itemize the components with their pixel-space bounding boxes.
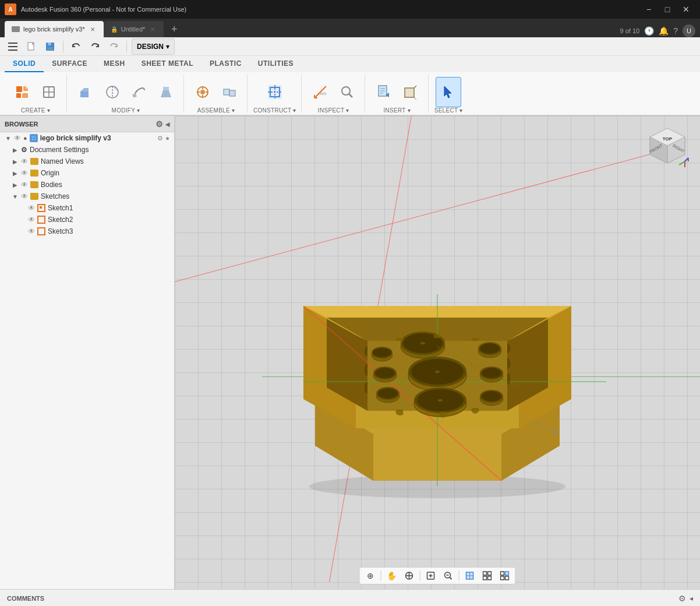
root-eye2-icon[interactable]: ● — [23, 135, 27, 142]
redo2-button[interactable] — [105, 38, 122, 55]
ribbon-btn-create-sub[interactable] — [36, 77, 62, 107]
mode-selector[interactable]: DESIGN ▾ — [132, 38, 175, 55]
tab-solid[interactable]: SOLID — [5, 56, 44, 72]
insert2-icon — [402, 84, 419, 100]
vp-more-btn[interactable] — [497, 569, 513, 583]
vp-home-btn[interactable]: ⊕ — [362, 569, 379, 583]
ribbon-btn-select[interactable] — [436, 77, 461, 107]
mode-label: DESIGN — [137, 43, 164, 51]
vp-zoom-fit-btn[interactable] — [423, 569, 439, 583]
inspect2-icon — [339, 84, 355, 100]
tree-item-sketch2[interactable]: ▶ 👁 Sketch2 — [0, 214, 174, 226]
ribbon-btn-extrude[interactable] — [73, 77, 98, 107]
ribbon-btn-assemble-sub[interactable] — [217, 77, 242, 107]
root-more-icon[interactable]: ● — [165, 135, 169, 142]
ribbon-btn-assemble[interactable] — [190, 77, 215, 107]
sketches-eye-icon[interactable]: 👁 — [21, 192, 28, 200]
ribbon-group-construct: CONSTRUCT ▾ — [249, 75, 302, 112]
close-button[interactable]: ✕ — [677, 0, 695, 19]
sidebar-settings-icon[interactable]: ⚙ — [155, 119, 163, 129]
notification-icon[interactable]: 🔔 — [659, 26, 669, 36]
redo-button[interactable] — [87, 38, 103, 55]
tab-plastic[interactable]: PLASTIC — [201, 56, 250, 72]
tree-item-sketch1[interactable]: ▶ 👁 Sketch1 — [0, 202, 174, 214]
clock-icon[interactable]: 🕐 — [644, 26, 654, 36]
ribbon-btn-construct[interactable] — [262, 77, 288, 107]
assemble-sub-icon — [221, 84, 238, 100]
browser-title: BROWSER — [5, 121, 38, 128]
svg-rect-21 — [163, 87, 169, 90]
tab-surface[interactable]: SURFACE — [44, 56, 96, 72]
tab-untitled-label: Untitled* — [121, 26, 146, 33]
tab-utilities[interactable]: UTILITIES — [250, 56, 302, 72]
svg-marker-50 — [444, 86, 451, 98]
sketches-expand-icon: ▼ — [12, 193, 19, 200]
vp-pan-btn[interactable] — [401, 569, 418, 583]
sketches-folder-icon — [30, 193, 38, 200]
ribbon-group-modify: MODIFY ▾ — [68, 75, 184, 112]
vp-orbit-btn[interactable]: ✋ — [384, 569, 400, 583]
undo-button[interactable] — [68, 38, 84, 55]
ribbon-btn-inspect2[interactable] — [334, 77, 360, 107]
vp-sep-1 — [381, 570, 381, 581]
sketch3-eye-icon[interactable]: 👁 — [28, 227, 35, 235]
tree-item-sketches[interactable]: ▼ 👁 Sketches — [0, 191, 174, 202]
svg-rect-6 — [47, 47, 53, 50]
ribbon-btn-sweep[interactable] — [126, 77, 152, 107]
separator-2 — [126, 41, 127, 52]
origin-eye-icon[interactable]: 👁 — [21, 169, 28, 177]
tree-item-sketch3[interactable]: ▶ 👁 Sketch3 — [0, 226, 174, 237]
maximize-button[interactable]: □ — [658, 0, 677, 19]
bottom-settings-icon[interactable]: ⚙ — [678, 594, 686, 603]
construct-group-label: CONSTRUCT ▾ — [253, 107, 296, 115]
menu-button[interactable] — [5, 38, 21, 55]
file-icon-button[interactable] — [23, 38, 40, 55]
root-settings-icon[interactable]: ⚙ — [157, 135, 163, 142]
tab-lego-brick[interactable]: lego brick simplify v3* ✕ — [5, 21, 104, 37]
bottom-bar: COMMENTS ⚙ ◂ — [0, 589, 700, 606]
tree-item-origin[interactable]: ▶ 👁 Origin — [0, 167, 174, 179]
viewport[interactable]: TOP RIGHT FRONT ⊕ ✋ — [175, 116, 700, 589]
svg-rect-20 — [132, 93, 137, 98]
bottom-collapse-icon[interactable]: ◂ — [690, 594, 693, 603]
sketch2-eye-icon[interactable]: 👁 — [28, 216, 35, 224]
tab-untitled-close[interactable]: ✕ — [149, 25, 157, 33]
ribbon: CREATE ▾ — [0, 72, 700, 115]
bodies-eye-icon[interactable]: 👁 — [21, 181, 28, 189]
vp-grid-btn[interactable] — [479, 569, 496, 583]
ribbon-btn-revolve[interactable] — [100, 77, 125, 107]
ribbon-btn-create-main[interactable] — [9, 77, 35, 107]
named-views-label: Named Views — [41, 157, 169, 165]
revolve-icon — [104, 84, 121, 100]
viewcube[interactable]: TOP RIGHT FRONT — [644, 125, 691, 172]
tab-untitled[interactable]: 🔒 Untitled* ✕ — [104, 21, 164, 37]
ribbon-group-select: SELECT ▾ — [430, 75, 468, 112]
ribbon-btn-insert1[interactable] — [371, 77, 397, 107]
create-sub-icon — [41, 84, 57, 100]
tab-mesh[interactable]: MESH — [96, 56, 133, 72]
ribbon-btn-inspect1[interactable]: mm — [307, 77, 333, 107]
svg-line-120 — [450, 577, 452, 579]
ribbon-btn-insert2[interactable] — [398, 77, 423, 107]
tree-item-root[interactable]: ▼ 👁 ● □ lego brick simplify v3 ⚙ ● — [0, 132, 174, 144]
sidebar-collapse-icon[interactable]: ◂ — [165, 119, 169, 129]
create-group-label: CREATE ▾ — [21, 107, 50, 115]
help-icon[interactable]: ? — [673, 26, 678, 36]
save-button[interactable] — [42, 38, 58, 55]
vp-zoom-btn[interactable] — [440, 569, 457, 583]
tree-item-named-views[interactable]: ▶ 👁 Named Views — [0, 156, 174, 167]
tab-lego-close[interactable]: ✕ — [89, 25, 97, 33]
sketch1-eye-icon[interactable]: 👁 — [28, 204, 35, 212]
user-avatar[interactable]: U — [683, 24, 695, 37]
tab-sheet-metal[interactable]: SHEET METAL — [133, 56, 201, 72]
minimize-button[interactable]: − — [639, 0, 658, 19]
root-eye-icon[interactable]: 👁 — [14, 134, 21, 142]
tree-item-bodies[interactable]: ▶ 👁 Bodies — [0, 179, 174, 191]
tree-item-doc-settings[interactable]: ▶ ⚙ Document Settings — [0, 144, 174, 156]
svg-rect-125 — [483, 572, 487, 575]
namedviews-eye-icon[interactable]: 👁 — [21, 157, 28, 165]
vp-display-mode-btn[interactable] — [462, 569, 478, 583]
ribbon-btn-loft[interactable] — [153, 77, 179, 107]
tab-add-button[interactable]: + — [166, 21, 182, 37]
svg-rect-131 — [501, 576, 504, 580]
